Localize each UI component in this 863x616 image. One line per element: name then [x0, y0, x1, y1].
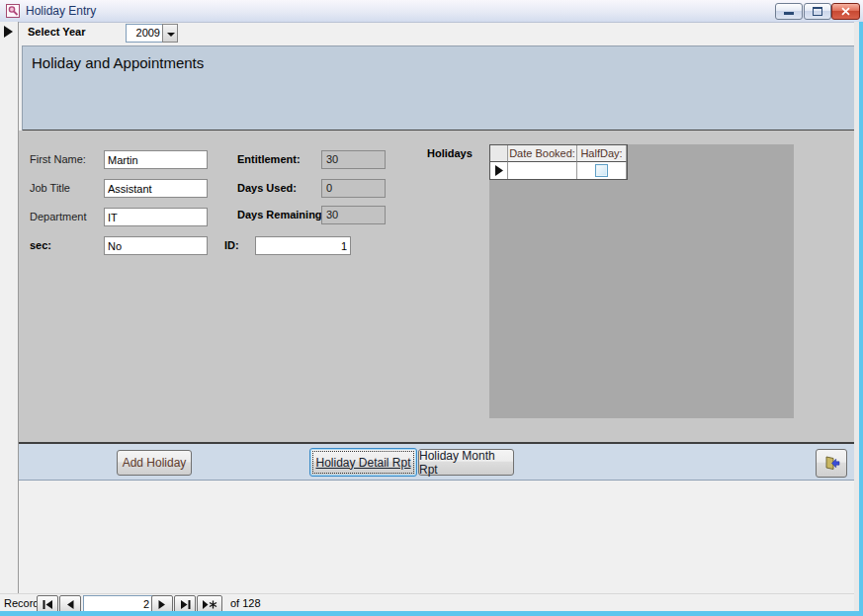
form-icon: [6, 4, 20, 18]
footer-band: Add Holiday Holiday Detail Rpt Holiday M…: [19, 442, 854, 481]
halfday-column-header[interactable]: HalfDay:: [577, 145, 627, 162]
minimize-button[interactable]: [775, 3, 803, 20]
first-record-icon: [43, 600, 53, 609]
entitlement-box: 30: [321, 150, 386, 169]
days-remaining-label: Days Remaining:: [237, 209, 325, 220]
days-remaining-box: 30: [321, 206, 386, 224]
titlebar: Holiday Entry: [0, 0, 863, 23]
id-input[interactable]: [255, 236, 351, 255]
year-combobox[interactable]: 2009: [126, 24, 178, 43]
minimize-icon: [784, 12, 794, 15]
banner-title: Holiday and Appointments: [32, 54, 204, 71]
date-booked-column-header[interactable]: Date Booked:: [508, 145, 577, 162]
job-title-input[interactable]: [104, 179, 208, 198]
window-border-bottom: [0, 611, 863, 616]
add-holiday-button[interactable]: Add Holiday: [117, 450, 192, 476]
datasheet-header-row: Date Booked: HalfDay:: [490, 145, 627, 162]
department-input[interactable]: [104, 208, 208, 226]
detail-section: First Name: Job Title Department sec: En…: [19, 131, 854, 442]
holiday-detail-rpt-label: Holiday Detail Rpt: [315, 456, 410, 470]
first-name-label: First Name:: [30, 153, 86, 165]
restore-icon: [813, 7, 822, 16]
holidays-subform: Date Booked: HalfDay:: [489, 144, 794, 418]
department-label: Department: [30, 211, 86, 222]
holidays-label: Holidays: [427, 147, 473, 159]
row-arrow-icon: [495, 165, 503, 176]
previous-record-icon: [66, 600, 74, 609]
window-border-right: [859, 22, 863, 616]
select-year-label: Select Year: [28, 26, 86, 38]
datasheet-new-row: [490, 162, 627, 179]
halfday-checkbox[interactable]: [595, 164, 608, 177]
record-count-label: of 128: [230, 597, 261, 609]
close-button[interactable]: [831, 3, 860, 20]
halfday-cell[interactable]: [577, 162, 627, 179]
holiday-entry-window: Holiday Entry Select Year 2009 Holiday a…: [0, 0, 863, 616]
record-selector-strip[interactable]: [0, 22, 19, 593]
header-banner: Holiday and Appointments: [22, 45, 855, 132]
record-navigation-bar: Record:: [0, 593, 859, 612]
holiday-month-rpt-label: Holiday Month Rpt: [419, 449, 513, 477]
holiday-month-rpt-button[interactable]: Holiday Month Rpt: [418, 449, 514, 476]
first-name-input[interactable]: [104, 150, 208, 169]
days-used-box: 0: [321, 179, 386, 198]
year-value[interactable]: 2009: [126, 24, 163, 43]
new-record-icon: [202, 600, 217, 609]
job-title-label: Job Title: [30, 182, 70, 194]
last-record-icon: [180, 600, 191, 609]
next-record-icon: [158, 600, 166, 609]
year-dropdown-button[interactable]: [162, 24, 178, 43]
holidays-datasheet: Date Booked: HalfDay:: [489, 144, 628, 180]
add-holiday-label: Add Holiday: [123, 456, 187, 470]
datasheet-corner-cell[interactable]: [490, 145, 508, 162]
exit-door-icon: [823, 455, 840, 472]
days-used-label: Days Used:: [237, 182, 297, 194]
restore-button[interactable]: [804, 3, 831, 20]
row-selector-cell[interactable]: [490, 162, 508, 179]
window-title: Holiday Entry: [26, 4, 96, 18]
id-label: ID:: [224, 239, 239, 251]
entitlement-label: Entitlement:: [237, 153, 301, 165]
sec-label: sec:: [30, 239, 51, 251]
record-selector-arrow-icon: [4, 26, 13, 38]
date-booked-cell[interactable]: [508, 162, 577, 179]
holiday-detail-rpt-button[interactable]: Holiday Detail Rpt: [309, 448, 417, 477]
chevron-down-icon: [167, 33, 175, 37]
close-icon: [841, 7, 850, 16]
sec-input[interactable]: [104, 236, 208, 255]
exit-button[interactable]: [816, 449, 847, 478]
